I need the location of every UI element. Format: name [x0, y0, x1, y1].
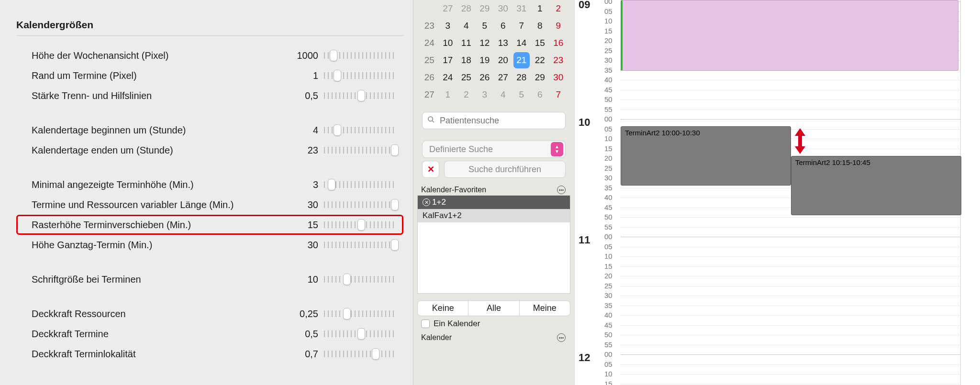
- setting-slider[interactable]: [324, 89, 397, 102]
- segment-alle[interactable]: Alle: [468, 301, 519, 316]
- mini-cal-day[interactable]: 1: [439, 86, 457, 103]
- segment-keine[interactable]: Keine: [418, 301, 468, 316]
- mini-cal-day[interactable]: 18: [457, 52, 476, 69]
- mini-cal-day[interactable]: 15: [531, 34, 549, 52]
- favorites-menu-icon[interactable]: •••: [557, 186, 566, 194]
- mini-cal-day[interactable]: 1: [531, 0, 549, 17]
- defined-search-dropdown[interactable]: Definierte Suche ▲▼: [422, 141, 566, 158]
- mini-cal-day[interactable]: 6: [494, 17, 512, 34]
- setting-slider[interactable]: [324, 273, 397, 286]
- mini-cal-day[interactable]: 28: [457, 0, 476, 17]
- mini-cal-day[interactable]: 17: [439, 52, 457, 69]
- mini-cal-day[interactable]: 26: [476, 69, 494, 86]
- one-calendar-checkbox[interactable]: [421, 319, 430, 328]
- run-search-button[interactable]: Suche durchführen: [444, 161, 566, 178]
- remove-favorite-icon[interactable]: ✕: [423, 198, 430, 206]
- setting-slider[interactable]: [324, 144, 397, 156]
- mini-cal-day[interactable]: 27: [494, 69, 512, 86]
- mini-cal-day[interactable]: 29: [531, 69, 549, 86]
- resize-arrow-icon[interactable]: [793, 127, 807, 155]
- week-number: 24: [420, 34, 439, 52]
- setting-slider[interactable]: [324, 348, 397, 360]
- mini-cal-day[interactable]: 7: [512, 17, 531, 34]
- calendar-filter-segments[interactable]: KeineAlleMeine: [417, 300, 570, 316]
- setting-row: Kalendertage beginnen um (Stunde)4: [16, 120, 403, 140]
- mini-cal-day[interactable]: 29: [476, 0, 494, 17]
- calendar-event-grey-1[interactable]: TerminArt2 10:00-10:30: [621, 126, 791, 186]
- mini-cal-day[interactable]: 30: [549, 69, 568, 86]
- setting-label: Deckkraft Ressourcen: [32, 308, 288, 319]
- mini-cal-day[interactable]: 24: [439, 69, 457, 86]
- setting-slider[interactable]: [324, 239, 397, 251]
- mini-cal-day[interactable]: 2: [457, 86, 476, 103]
- setting-slider[interactable]: [324, 198, 397, 211]
- settings-panel: Kalendergrößen Höhe der Wochenansicht (P…: [0, 0, 413, 385]
- setting-value: 30: [288, 199, 318, 210]
- minute-label: 15: [604, 380, 612, 385]
- event-label: TerminArt2 10:15-10:45: [795, 158, 870, 166]
- mini-cal-day[interactable]: 8: [531, 17, 549, 34]
- calendar-day-view[interactable]: 5509000510152025303540455055100005101520…: [574, 0, 980, 385]
- mini-cal-day[interactable]: 3: [439, 17, 457, 34]
- setting-label: Termine und Ressourcen variabler Länge (…: [32, 199, 288, 210]
- mini-cal-day[interactable]: 10: [439, 34, 457, 52]
- mini-cal-day[interactable]: 3: [476, 86, 494, 103]
- mini-cal-day[interactable]: 22: [531, 52, 549, 69]
- mini-cal-day[interactable]: 31: [512, 0, 531, 17]
- clear-search-button[interactable]: ✕: [422, 161, 439, 178]
- minute-label: 05: [604, 360, 612, 368]
- setting-row: Termine und Ressourcen variabler Länge (…: [16, 195, 403, 215]
- patient-search-input[interactable]: [439, 115, 560, 126]
- setting-slider[interactable]: [324, 219, 397, 231]
- minute-label: 45: [604, 203, 612, 211]
- favorite-item[interactable]: KalFav1+2: [418, 209, 570, 222]
- mini-cal-day[interactable]: 5: [512, 86, 531, 103]
- calendar-menu-icon[interactable]: •••: [557, 333, 566, 342]
- setting-slider[interactable]: [324, 124, 397, 136]
- segment-meine[interactable]: Meine: [520, 301, 570, 316]
- setting-label: Stärke Trenn- und Hilfslinien: [32, 90, 288, 101]
- mini-cal-day[interactable]: 4: [457, 17, 476, 34]
- mini-cal-day[interactable]: 30: [494, 0, 512, 17]
- mini-cal-day[interactable]: 11: [457, 34, 476, 52]
- mini-cal-day[interactable]: 25: [457, 69, 476, 86]
- setting-slider[interactable]: [324, 69, 397, 82]
- setting-slider[interactable]: [324, 308, 397, 320]
- search-icon: [427, 116, 435, 126]
- stepper-icon[interactable]: ▲▼: [551, 142, 563, 156]
- minute-label: 00: [604, 115, 612, 123]
- calendar-event-grey-2[interactable]: TerminArt2 10:15-10:45: [791, 156, 961, 215]
- mini-cal-day[interactable]: 27: [439, 0, 457, 17]
- mini-cal-day[interactable]: 2: [549, 0, 568, 17]
- mini-cal-day[interactable]: 19: [476, 52, 494, 69]
- favorites-list[interactable]: ✕1+2KalFav1+2: [417, 195, 570, 294]
- mini-cal-day[interactable]: 12: [476, 34, 494, 52]
- setting-slider[interactable]: [324, 49, 397, 62]
- mini-cal-day[interactable]: 4: [494, 86, 512, 103]
- mini-cal-day[interactable]: 16: [549, 34, 568, 52]
- minute-label: 15: [604, 144, 612, 153]
- mini-calendar[interactable]: 2728293031122334567892410111213141516251…: [413, 0, 574, 106]
- setting-slider[interactable]: [324, 178, 397, 191]
- mini-cal-day[interactable]: 21: [512, 52, 531, 69]
- mini-cal-day[interactable]: 14: [512, 34, 531, 52]
- calendar-event-pink[interactable]: [621, 0, 958, 71]
- mini-cal-day[interactable]: 13: [494, 34, 512, 52]
- minute-label: 05: [604, 242, 612, 251]
- mini-cal-day[interactable]: 9: [549, 17, 568, 34]
- minute-label: 10: [604, 370, 612, 378]
- setting-value: 15: [288, 220, 318, 231]
- minute-label: 55: [604, 105, 612, 113]
- mini-cal-day[interactable]: 23: [549, 52, 568, 69]
- minute-label: 45: [604, 321, 612, 329]
- favorite-item[interactable]: ✕1+2: [418, 196, 570, 209]
- mini-cal-day[interactable]: 5: [476, 17, 494, 34]
- mini-cal-day[interactable]: 6: [531, 86, 549, 103]
- svg-point-0: [428, 117, 433, 121]
- setting-slider[interactable]: [324, 328, 397, 340]
- mini-cal-day[interactable]: 20: [494, 52, 512, 69]
- mini-cal-day[interactable]: 28: [512, 69, 531, 86]
- minute-label: 15: [604, 27, 612, 35]
- patient-search-box[interactable]: [422, 112, 566, 129]
- mini-cal-day[interactable]: 7: [549, 86, 568, 103]
